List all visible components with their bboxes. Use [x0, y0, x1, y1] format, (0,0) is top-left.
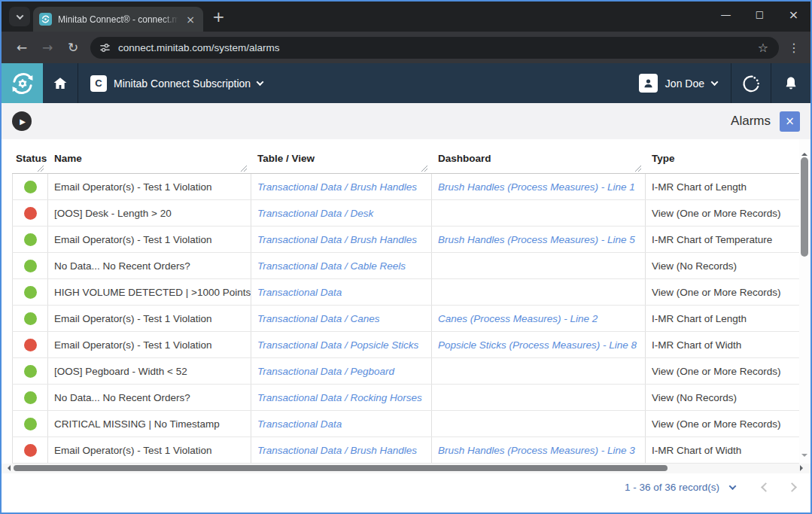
alarm-name: No Data... No Recent Orders? [48, 385, 251, 410]
alarm-name: No Data... No Recent Orders? [48, 253, 251, 278]
alarm-type: I-MR Chart of Length [646, 306, 799, 331]
user-menu[interactable]: Jon Doe [625, 63, 731, 103]
column-resize-handle-icon[interactable] [37, 165, 44, 172]
table-row[interactable]: No Data... No Recent Orders? Transaction… [12, 253, 799, 279]
table-view-link[interactable]: Transactional Data [251, 279, 432, 305]
window-close-button[interactable]: × [777, 2, 810, 27]
column-resize-handle-icon[interactable] [634, 165, 641, 172]
scroll-left-arrow-icon[interactable] [5, 465, 11, 471]
dashboard-link[interactable]: Brush Handles (Process Measures) - Line … [432, 437, 646, 463]
panel-close-button[interactable]: × [780, 111, 800, 132]
page-size-dropdown-icon[interactable] [729, 482, 737, 490]
vertical-scrollbar[interactable] [799, 139, 810, 464]
alarm-name: Email Operator(s) - Test 1 Violation [48, 227, 251, 252]
browser-addressbar: ← → ↻ connect.minitab.com/system/alarms … [2, 32, 810, 63]
table-row[interactable]: [OOS] Desk - Length > 20 Transactional D… [12, 200, 799, 227]
alarm-type: View (One or More Records) [646, 358, 799, 384]
alarm-name: Email Operator(s) - Test 1 Violation [48, 306, 251, 331]
table-view-link[interactable]: Transactional Data / Pegboard [251, 358, 432, 384]
notifications-button[interactable] [771, 63, 810, 103]
dashboard-link[interactable] [432, 385, 646, 410]
new-tab-button[interactable]: + [212, 9, 225, 24]
minitab-connect-logo[interactable] [2, 63, 43, 103]
bell-icon [783, 75, 799, 92]
table-view-link[interactable]: Transactional Data / Cable Reels [251, 253, 432, 278]
scroll-down-arrow-icon[interactable] [801, 454, 807, 460]
column-header[interactable]: Type [646, 139, 799, 173]
play-button[interactable]: ▶ [12, 111, 32, 131]
alarm-name: Email Operator(s) - Test 1 Violation [48, 437, 251, 463]
table-view-link[interactable]: Transactional Data [251, 411, 432, 436]
status-dot [24, 418, 37, 430]
forward-button[interactable]: → [35, 40, 60, 55]
column-header[interactable]: Name [48, 139, 251, 173]
dashboard-link[interactable]: Canes (Process Measures) - Line 2 [432, 306, 646, 331]
alarm-type: View (No Records) [646, 253, 799, 278]
table-view-link[interactable]: Transactional Data / Popsicle Sticks [251, 332, 432, 357]
moon-clock-icon [741, 74, 761, 93]
table-row[interactable]: Email Operator(s) - Test 1 Violation Tra… [12, 437, 799, 464]
status-cell [12, 306, 48, 331]
table-view-link[interactable]: Transactional Data / Rocking Horses [251, 385, 432, 410]
site-settings-icon[interactable] [99, 42, 111, 53]
dashboard-link[interactable]: Brush Handles (Process Measures) - Line … [432, 174, 646, 199]
next-page-button[interactable] [787, 482, 797, 492]
column-header[interactable]: Dashboard [432, 139, 646, 173]
scroll-up-arrow-icon[interactable] [801, 150, 807, 156]
dashboard-link[interactable] [432, 253, 646, 278]
table-view-link[interactable]: Transactional Data / Brush Handles [251, 227, 432, 252]
table-view-link[interactable]: Transactional Data / Canes [251, 306, 432, 331]
window-controls: — □ × [709, 2, 810, 27]
home-button[interactable] [43, 63, 78, 103]
table-row[interactable]: Email Operator(s) - Test 1 Violation Tra… [12, 174, 799, 200]
dashboard-link[interactable] [432, 411, 646, 436]
table-row[interactable]: Email Operator(s) - Test 1 Violation Tra… [12, 227, 799, 253]
table-row[interactable]: No Data... No Recent Orders? Transaction… [12, 385, 799, 411]
table-row[interactable]: HIGH VOLUME DETECTED | >1000 Points Tran… [12, 279, 799, 306]
status-dot [24, 391, 37, 404]
back-button[interactable]: ← [9, 40, 35, 55]
table-row[interactable]: Email Operator(s) - Test 1 Violation Tra… [12, 306, 799, 332]
bookmark-star-icon[interactable]: ☆ [758, 41, 768, 55]
column-resize-handle-icon[interactable] [240, 165, 247, 172]
status-dot [24, 312, 37, 325]
status-cell [12, 200, 48, 226]
night-mode-button[interactable] [731, 63, 771, 103]
status-cell [12, 332, 48, 357]
table-view-link[interactable]: Transactional Data / Brush Handles [251, 174, 432, 199]
address-bar[interactable]: connect.minitab.com/system/alarms ☆ [90, 37, 779, 59]
horizontal-scrollbar[interactable] [2, 464, 810, 473]
table-row[interactable]: CRITICAL MISSING | No Timestamp Transact… [12, 411, 799, 437]
table-row[interactable]: Email Operator(s) - Test 1 Violation Tra… [12, 332, 799, 358]
dashboard-link[interactable] [432, 358, 646, 384]
scroll-right-arrow-icon[interactable] [800, 465, 806, 471]
column-header-label: Type [652, 153, 675, 164]
dashboard-link[interactable] [432, 200, 646, 226]
url-text[interactable]: connect.minitab.com/system/alarms [118, 42, 758, 53]
tab-close-icon[interactable]: × [184, 14, 197, 26]
column-header-label: Name [54, 153, 82, 164]
vertical-scrollbar-thumb[interactable] [801, 157, 808, 257]
browser-tab[interactable]: Minitab Connect® - connect.mi × [33, 7, 203, 32]
alarm-name: [OOS] Desk - Length > 20 [48, 200, 251, 226]
alarm-type: View (No Records) [646, 385, 799, 410]
horizontal-scrollbar-thumb[interactable] [14, 465, 668, 471]
column-header[interactable]: Table / View [251, 139, 432, 173]
window-maximize-button[interactable]: □ [743, 2, 777, 27]
table-view-link[interactable]: Transactional Data / Brush Handles [251, 437, 432, 463]
tab-search-button[interactable] [9, 7, 30, 26]
browser-menu-button[interactable]: ⋮ [785, 41, 803, 55]
dashboard-link[interactable]: Popsicle Sticks (Process Measures) - Lin… [432, 332, 646, 357]
window-minimize-button[interactable]: — [709, 2, 743, 27]
column-header[interactable]: Status [12, 139, 48, 173]
table-row[interactable]: [OOS] Pegboard - Width < 52 Transactiona… [12, 358, 799, 385]
reload-button[interactable]: ↻ [60, 40, 86, 55]
prev-page-button[interactable] [761, 482, 771, 492]
dashboard-link[interactable]: Brush Handles (Process Measures) - Line … [432, 227, 646, 252]
subscription-selector[interactable]: C Minitab Connect Subscription [78, 63, 275, 103]
table-view-link[interactable]: Transactional Data / Desk [251, 200, 432, 226]
column-resize-handle-icon[interactable] [421, 165, 427, 172]
dashboard-link[interactable] [432, 279, 646, 305]
browser-titlebar: Minitab Connect® - connect.mi × + — □ × [2, 2, 810, 32]
subscription-badge: C [90, 75, 107, 92]
